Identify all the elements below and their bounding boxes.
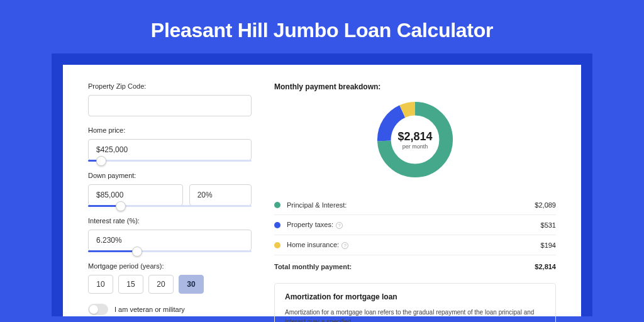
home-price-slider[interactable]: [88, 160, 252, 162]
donut-chart: $2,814 per month: [374, 99, 456, 180]
page-title: Pleasant Hill Jumbo Loan Calculator: [0, 0, 644, 53]
dot-icon: [274, 202, 280, 208]
amortization-text: Amortization for a mortgage loan refers …: [285, 308, 545, 322]
zip-input[interactable]: [88, 95, 252, 116]
amortization-title: Amortization for mortgage loan: [285, 292, 545, 301]
home-price-slider-thumb[interactable]: [96, 156, 106, 166]
veteran-label: I am veteran or military: [114, 306, 185, 313]
down-payment-slider-thumb[interactable]: [116, 201, 126, 211]
row-value: $531: [541, 221, 556, 229]
interest-rate-input[interactable]: [88, 230, 252, 251]
row-value: $2,089: [535, 201, 556, 209]
home-price-input[interactable]: [88, 139, 252, 160]
donut-center: $2,814 per month: [374, 99, 456, 180]
interest-rate-field: Interest rate (%):: [88, 217, 252, 252]
zip-field: Property Zip Code:: [88, 82, 252, 116]
row-principal: Principal & Interest: $2,089: [274, 196, 556, 215]
row-label: Home insurance:?: [287, 241, 541, 249]
total-value: $2,814: [535, 263, 556, 270]
row-label: Principal & Interest:: [287, 201, 535, 209]
dot-icon: [274, 242, 280, 248]
outer-panel: Property Zip Code: Home price: Down paym…: [52, 53, 592, 316]
down-payment-field: Down payment:: [88, 172, 252, 207]
row-value: $194: [541, 242, 556, 249]
row-label: Property taxes:?: [287, 221, 541, 229]
interest-rate-label: Interest rate (%):: [88, 217, 252, 225]
term-10-button[interactable]: 10: [88, 275, 113, 294]
interest-rate-slider-fill: [88, 250, 137, 252]
down-payment-label: Down payment:: [88, 172, 252, 179]
calculator-panel: Property Zip Code: Home price: Down paym…: [63, 65, 581, 316]
term-20-button[interactable]: 20: [148, 275, 174, 294]
down-payment-input[interactable]: [88, 184, 183, 206]
donut-wrap: $2,814 per month: [274, 99, 556, 180]
form-column: Property Zip Code: Home price: Down paym…: [88, 82, 252, 316]
down-payment-pct-input[interactable]: [189, 184, 252, 206]
home-price-field: Home price:: [88, 126, 252, 162]
breakdown-title: Monthly payment breakdown:: [274, 82, 556, 91]
amortization-box: Amortization for mortgage loan Amortizat…: [274, 283, 556, 322]
interest-rate-slider-thumb[interactable]: [132, 247, 142, 257]
veteran-row: I am veteran or military: [88, 304, 252, 315]
row-label-text: Home insurance:: [287, 241, 339, 248]
term-15-button[interactable]: 15: [118, 275, 143, 294]
home-price-label: Home price:: [88, 126, 252, 134]
row-label-text: Property taxes:: [287, 221, 333, 228]
veteran-toggle-knob: [89, 305, 98, 314]
dot-icon: [274, 222, 280, 228]
down-payment-slider[interactable]: [88, 205, 252, 207]
veteran-toggle[interactable]: [88, 304, 108, 315]
total-label: Total monthly payment:: [274, 263, 535, 270]
interest-rate-slider[interactable]: [88, 250, 252, 252]
donut-amount: $2,814: [397, 130, 432, 143]
info-icon[interactable]: ?: [336, 222, 343, 229]
row-taxes: Property taxes:? $531: [274, 215, 556, 235]
results-column: Monthly payment breakdown: $2,814 per mo…: [274, 82, 556, 316]
term-field: Mortgage period (years): 10 15 20 30: [88, 262, 252, 294]
term-buttons: 10 15 20 30: [88, 275, 252, 294]
row-total: Total monthly payment: $2,814: [274, 255, 556, 279]
term-label: Mortgage period (years):: [88, 262, 252, 270]
info-icon[interactable]: ?: [341, 242, 348, 249]
donut-sub: per month: [402, 143, 428, 150]
term-30-button[interactable]: 30: [179, 275, 204, 294]
zip-label: Property Zip Code:: [88, 82, 252, 90]
row-insurance: Home insurance:? $194: [274, 235, 556, 255]
